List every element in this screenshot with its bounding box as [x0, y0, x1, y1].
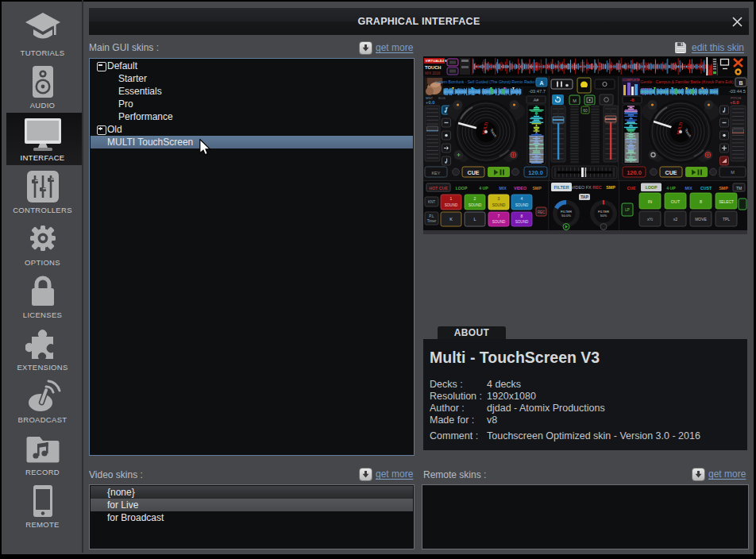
svg-text:CUE: CUE [665, 170, 677, 175]
svg-text:FILTER: FILTER [561, 210, 572, 214]
svg-text:MOVE: MOVE [695, 217, 707, 222]
svg-text:MIX: MIX [685, 186, 692, 191]
svg-text:KNT: KNT [428, 200, 435, 204]
svg-text:3: 3 [498, 196, 500, 201]
svg-text:SOUND: SOUND [492, 220, 506, 224]
svg-text:COMPLETE: COMPLETE [623, 78, 640, 82]
svg-text:CUST: CUST [700, 186, 712, 191]
svg-text:MIX: MIX [499, 186, 507, 191]
svg-text:50.0%: 50.0% [561, 214, 571, 218]
svg-text:SOUND: SOUND [515, 220, 529, 224]
svg-text:OUT: OUT [671, 199, 681, 204]
svg-text:VIDEO FX: VIDEO FX [571, 185, 592, 190]
svg-text:TM: TM [736, 186, 742, 191]
svg-text:L: L [474, 217, 476, 222]
svg-text:4: 4 [521, 196, 523, 201]
svg-text:REC: REC [592, 185, 601, 190]
svg-text:LP: LP [625, 208, 630, 212]
svg-text:TOUCH: TOUCH [425, 65, 442, 70]
svg-text:8: 8 [700, 199, 702, 204]
svg-text:CUE: CUE [468, 170, 480, 175]
svg-text:SMP: SMP [719, 186, 728, 191]
svg-text:Timer: Timer [427, 219, 437, 223]
svg-text:LOOP: LOOP [456, 186, 468, 191]
svg-text:x2: x2 [673, 217, 678, 222]
svg-text:SOUND: SOUND [515, 203, 529, 207]
svg-text:SMP: SMP [606, 185, 615, 190]
svg-text:4 UP: 4 UP [666, 186, 676, 191]
svg-text:M: M [731, 170, 735, 175]
svg-text:REC: REC [538, 210, 546, 214]
svg-text:CUE: CUE [627, 186, 636, 191]
svg-text:-6: -6 [630, 98, 634, 102]
svg-text:SMP: SMP [532, 186, 542, 191]
svg-text:TPL: TPL [723, 217, 730, 222]
svg-text:K: K [449, 217, 453, 222]
svg-text:SOUND: SOUND [492, 203, 506, 207]
svg-text:SELECT: SELECT [719, 200, 734, 204]
svg-text:x½: x½ [647, 217, 654, 222]
svg-text:60: 60 [583, 108, 588, 113]
svg-text:+0.0: +0.0 [426, 100, 434, 105]
svg-text:SOUND: SOUND [469, 203, 482, 207]
svg-text:7: 7 [498, 214, 500, 218]
svg-text:+0.0: +0.0 [730, 100, 739, 105]
svg-text:LOOP: LOOP [646, 185, 658, 190]
svg-text:FILTER: FILTER [554, 185, 569, 190]
svg-text:SOUND: SOUND [445, 203, 458, 207]
svg-text:Gentle - Campus & Familiar Bat: Gentle - Campus & Familiar Battle (Knock… [640, 79, 734, 84]
svg-text:-03:44.5: -03:44.5 [729, 89, 746, 94]
svg-text:A: A [539, 80, 543, 86]
svg-text:P.L: P.L [429, 214, 434, 218]
svg-text:B: B [739, 80, 742, 86]
svg-text:TAP: TAP [580, 195, 588, 199]
svg-text:VIDEO: VIDEO [514, 186, 526, 191]
svg-text:2: 2 [474, 196, 476, 201]
svg-text:IN: IN [648, 199, 652, 204]
svg-text:A#: A# [534, 98, 539, 102]
svg-text:M: M [573, 98, 577, 103]
svg-text:VIRTUALDJ 8: VIRTUALDJ 8 [426, 59, 448, 63]
svg-text:HOT CUE: HOT CUE [429, 186, 448, 191]
svg-text:KEY: KEY [431, 171, 440, 175]
svg-text:FILTER: FILTER [598, 210, 609, 214]
svg-text:120.0: 120.0 [627, 169, 642, 176]
svg-text:-03:47.7: -03:47.7 [529, 89, 546, 94]
svg-text:120.0: 120.0 [528, 169, 543, 176]
svg-text:4 UP: 4 UP [479, 186, 488, 191]
svg-text:BUS: BUS [438, 96, 446, 100]
svg-text:1: 1 [450, 196, 453, 201]
svg-text:MIX 2018: MIX 2018 [425, 71, 441, 75]
svg-text:8: 8 [521, 214, 523, 218]
svg-text:Lorem Bomfunk - Self Guided (T: Lorem Bomfunk - Self Guided (The Ghost) … [436, 79, 543, 84]
svg-text:50%: 50% [600, 214, 608, 218]
